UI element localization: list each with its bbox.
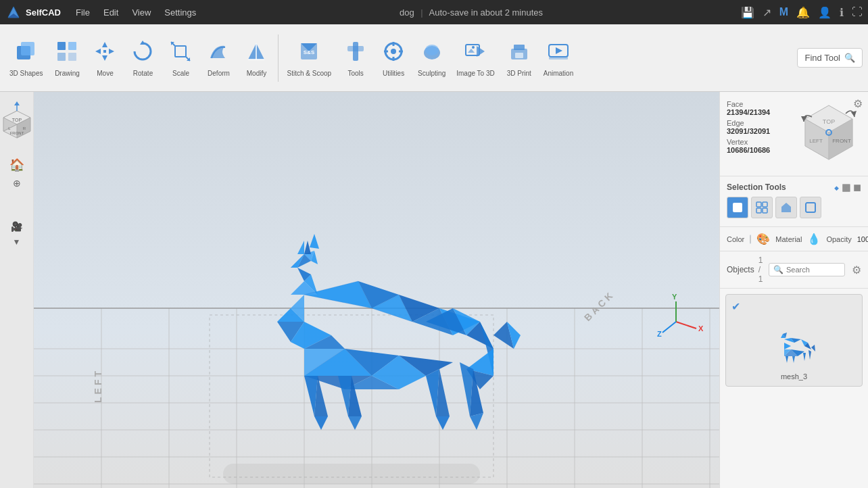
sel-tool-edge[interactable] bbox=[800, 197, 821, 218]
svg-marker-171 bbox=[809, 350, 811, 360]
svg-rect-42 bbox=[549, 57, 568, 59]
viewport[interactable]: LEFT BACK X Y Z bbox=[34, 92, 719, 488]
objects-count: 1 / 1 bbox=[758, 255, 765, 284]
sel-tool-face[interactable] bbox=[775, 197, 797, 218]
find-tool-button[interactable]: Find Tool 🔍 bbox=[797, 48, 863, 68]
sel-mode-edge-icon[interactable]: ▦ bbox=[842, 182, 850, 193]
opacity-icon[interactable]: 💧 bbox=[807, 233, 821, 245]
objects-panel: Objects 1 / 1 🔍 ⚙ ✔ bbox=[720, 251, 868, 488]
svg-marker-11 bbox=[109, 49, 114, 54]
svg-marker-37 bbox=[477, 46, 485, 57]
tool-move-label: Move bbox=[97, 70, 113, 77]
selfcad-logo-icon bbox=[5, 4, 22, 20]
menubar-icons: 💾 ↗ M 🔔 👤 ℹ ⛶ bbox=[741, 6, 863, 19]
tool-tools-label: Tools bbox=[347, 70, 363, 77]
tool-tools[interactable]: Tools bbox=[338, 36, 373, 80]
rotate-icon bbox=[130, 39, 155, 68]
tool-move[interactable]: Move bbox=[87, 36, 122, 80]
find-tool-label: Find Tool bbox=[804, 53, 840, 63]
toolbar: 3D Shapes Drawing Move Rotate bbox=[0, 24, 868, 92]
menu-view[interactable]: View bbox=[126, 5, 156, 20]
selection-tools-title: Selection Tools ⬥ ▦ ◼ bbox=[727, 182, 861, 193]
svg-rect-40 bbox=[515, 53, 523, 58]
tool-3d-print[interactable]: 3D Print bbox=[502, 36, 537, 80]
tool-drawing[interactable]: Drawing bbox=[49, 36, 85, 80]
tool-image-to-3d-label: Image To 3D bbox=[456, 70, 495, 77]
svg-text:TOP: TOP bbox=[11, 118, 22, 122]
modify-icon bbox=[244, 39, 268, 68]
3d-print-icon bbox=[507, 39, 531, 68]
search-icon: 🔍 bbox=[844, 53, 855, 63]
opacity-label: Opacity bbox=[826, 235, 851, 243]
color-label: Color bbox=[727, 235, 744, 243]
m-icon[interactable]: M bbox=[779, 6, 788, 18]
sel-tool-mesh[interactable] bbox=[751, 197, 773, 218]
svg-text:S&S: S&S bbox=[304, 49, 315, 55]
image-to-3d-icon bbox=[463, 39, 487, 68]
info-icon[interactable]: ℹ bbox=[840, 6, 844, 19]
svg-marker-172 bbox=[811, 345, 815, 351]
objects-search-input[interactable] bbox=[786, 266, 840, 274]
svg-text:LEFT: LEFT bbox=[809, 138, 823, 144]
svg-marker-35 bbox=[468, 49, 475, 53]
svg-point-27 bbox=[391, 49, 396, 54]
tool-stitch-scoop-label: Stitch & Scoop bbox=[287, 70, 331, 77]
layers-button[interactable]: ⊕ bbox=[13, 178, 21, 189]
svg-text:Y: Y bbox=[672, 293, 677, 301]
tool-animation[interactable]: Animation bbox=[539, 36, 577, 80]
svg-rect-3 bbox=[21, 42, 34, 55]
color-swatch[interactable] bbox=[750, 235, 751, 244]
svg-text:TOP: TOP bbox=[823, 118, 835, 125]
menu-settings[interactable]: Settings bbox=[159, 5, 201, 20]
svg-rect-151 bbox=[733, 203, 742, 212]
deform-icon bbox=[206, 39, 231, 68]
tool-scale[interactable]: Scale bbox=[163, 36, 198, 80]
tool-modify[interactable]: Modify bbox=[239, 36, 274, 80]
menu-file[interactable]: File bbox=[70, 5, 95, 20]
tool-3d-shapes[interactable]: 3D Shapes bbox=[5, 36, 47, 80]
stitch-scoop-icon: S&S bbox=[297, 39, 321, 68]
mesh-info-section: ⚙ Face 21394/21394 Edge 32091/32091 Vert… bbox=[720, 92, 868, 176]
svg-rect-12 bbox=[103, 50, 106, 53]
expand-icon[interactable]: ⛶ bbox=[852, 6, 863, 18]
tool-stitch-scoop[interactable]: S&S Stitch & Scoop bbox=[283, 36, 335, 80]
app-logo: SelfCAD bbox=[5, 4, 61, 20]
objects-settings-button[interactable]: ⚙ bbox=[852, 264, 861, 276]
tool-image-to-3d[interactable]: Image To 3D bbox=[452, 36, 499, 80]
object-card-mesh3[interactable]: ✔ bbox=[725, 294, 863, 387]
grid-background: LEFT BACK X Y Z bbox=[34, 92, 719, 488]
tool-sculpting[interactable]: Sculpting bbox=[414, 36, 450, 80]
user-icon[interactable]: 👤 bbox=[818, 6, 831, 19]
view-down-button[interactable]: ▼ bbox=[13, 237, 21, 247]
bell-icon[interactable]: 🔔 bbox=[796, 6, 810, 19]
sel-tool-object[interactable] bbox=[727, 197, 748, 218]
tool-deform[interactable]: Deform bbox=[201, 36, 236, 80]
edge-stat: Edge 32091/32091 bbox=[727, 119, 790, 135]
sel-mode-face-icon[interactable]: ◼ bbox=[853, 182, 861, 193]
tool-rotate[interactable]: Rotate bbox=[125, 36, 160, 80]
material-icon[interactable]: 🎨 bbox=[756, 233, 770, 245]
home-nav-button[interactable]: 🏠 bbox=[9, 157, 24, 172]
svg-rect-154 bbox=[756, 208, 761, 213]
tool-3d-print-label: 3D Print bbox=[507, 70, 531, 77]
share-icon[interactable]: ↗ bbox=[763, 6, 771, 19]
objects-search-box[interactable]: 🔍 bbox=[769, 263, 845, 276]
viewport-label-left: LEFT bbox=[93, 368, 103, 403]
svg-rect-25 bbox=[347, 46, 364, 51]
svg-text:R: R bbox=[22, 126, 26, 130]
svg-rect-14 bbox=[175, 46, 186, 57]
tool-utilities[interactable]: Utilities bbox=[376, 36, 411, 80]
sel-mode-vertex-icon[interactable]: ⬥ bbox=[834, 182, 839, 193]
tool-sculpting-label: Sculpting bbox=[418, 70, 445, 77]
save-icon[interactable]: 💾 bbox=[741, 6, 754, 19]
color-material-row: Color 🎨 Material 💧 Opacity 100 bbox=[720, 227, 868, 251]
svg-marker-8 bbox=[102, 42, 107, 47]
mesh-cube-preview: TOP LEFT FRONT bbox=[797, 100, 861, 168]
svg-text:X: X bbox=[698, 324, 704, 333]
menu-edit[interactable]: Edit bbox=[98, 5, 124, 20]
left-controls: TOP L R FRONT 🏠 ⊕ 🎥 ▼ bbox=[0, 92, 34, 488]
objects-header: Objects 1 / 1 🔍 ⚙ bbox=[720, 251, 868, 289]
right-panel: ⚙ Face 21394/21394 Edge 32091/32091 Vert… bbox=[719, 92, 868, 488]
svg-rect-153 bbox=[763, 202, 767, 207]
camera-button[interactable]: 🎥 bbox=[11, 221, 22, 232]
